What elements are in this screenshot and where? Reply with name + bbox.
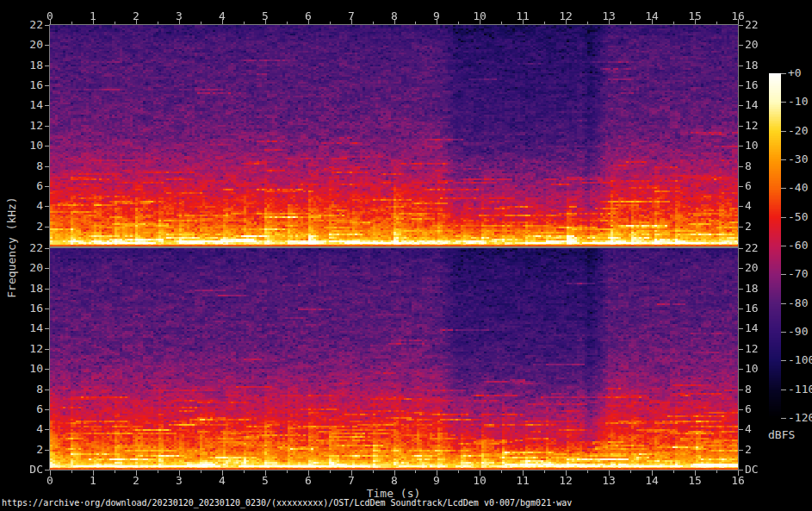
x-axis-minor-tick bbox=[630, 470, 631, 473]
colorbar-tick bbox=[781, 360, 786, 361]
x-axis-minor-tick bbox=[501, 22, 502, 24]
x-axis-minor-tick bbox=[244, 22, 245, 24]
y-axis-tick-right bbox=[739, 450, 743, 451]
x-tick-label: 7 bbox=[348, 475, 355, 486]
y-tick-label-left: 2 bbox=[7, 444, 43, 455]
y-axis-tick-left bbox=[45, 349, 49, 350]
y-tick-label-left: 20 bbox=[7, 39, 43, 50]
y-axis-tick-left bbox=[45, 470, 49, 470]
y-tick-label-left: 16 bbox=[7, 79, 43, 90]
y-axis-tick-right bbox=[739, 166, 743, 167]
y-tick-label-right: 22 bbox=[745, 242, 759, 253]
x-axis-minor-tick bbox=[544, 22, 545, 24]
y-tick-label-right: 14 bbox=[745, 322, 759, 333]
y-axis-tick-right bbox=[739, 369, 743, 370]
x-axis-minor-tick bbox=[630, 22, 631, 24]
x-axis-minor-tick bbox=[716, 22, 717, 24]
x-tick-label: 2 bbox=[133, 10, 139, 22]
x-axis-minor-tick bbox=[415, 470, 416, 473]
colorbar-tick bbox=[781, 332, 786, 333]
y-tick-label-right: 2 bbox=[745, 444, 752, 455]
y-tick-label-right: 12 bbox=[745, 343, 759, 354]
y-tick-label-right: 6 bbox=[745, 403, 752, 414]
y-axis-tick-left bbox=[45, 126, 49, 127]
colorbar-tick-label: -10 bbox=[788, 96, 808, 107]
colorbar-tick bbox=[781, 389, 786, 390]
x-tick-label: 15 bbox=[688, 475, 702, 486]
y-axis-tick-left bbox=[45, 25, 49, 26]
x-tick-label: 2 bbox=[133, 475, 139, 486]
y-axis-tick-right bbox=[739, 470, 743, 470]
y-tick-label-right: 10 bbox=[745, 140, 759, 151]
x-tick-label: 14 bbox=[645, 475, 659, 486]
y-tick-label-right: 22 bbox=[745, 19, 759, 30]
colorbar-tick-label: -40 bbox=[788, 182, 808, 193]
x-axis-minor-tick bbox=[587, 470, 588, 473]
x-axis-minor-tick bbox=[71, 470, 72, 473]
x-tick-label: 11 bbox=[516, 10, 530, 22]
y-axis-tick-right bbox=[739, 227, 743, 227]
y-axis-tick-right bbox=[739, 409, 743, 410]
x-tick-label: 7 bbox=[348, 10, 355, 22]
x-axis-minor-tick bbox=[158, 470, 158, 473]
x-axis-minor-tick bbox=[71, 22, 72, 24]
y-axis-tick-left bbox=[45, 389, 49, 390]
x-tick-label: 10 bbox=[473, 475, 487, 486]
x-axis-minor-tick bbox=[673, 470, 674, 473]
x-tick-label: 8 bbox=[391, 475, 398, 486]
y-axis-tick-right bbox=[739, 45, 743, 46]
x-axis-minor-tick bbox=[158, 22, 158, 24]
y-axis-tick-left bbox=[45, 85, 49, 86]
y-tick-label-left: 22 bbox=[7, 19, 43, 30]
y-axis-tick-right bbox=[739, 146, 743, 146]
y-tick-label-right: DC bbox=[745, 464, 759, 475]
x-tick-label: 11 bbox=[516, 475, 530, 486]
y-tick-label-left: 10 bbox=[7, 363, 43, 374]
y-tick-label-left: 8 bbox=[7, 160, 43, 171]
colorbar-tick-label: +0 bbox=[788, 67, 802, 78]
y-axis-tick-right bbox=[739, 85, 743, 86]
x-tick-label: 1 bbox=[90, 10, 96, 22]
y-tick-label-right: 6 bbox=[745, 180, 752, 191]
y-axis-tick-left bbox=[45, 146, 49, 146]
x-axis-minor-tick bbox=[673, 22, 674, 24]
x-tick-label: 12 bbox=[559, 475, 573, 486]
x-tick-label: 8 bbox=[391, 10, 398, 22]
x-axis-minor-tick bbox=[373, 470, 374, 473]
y-tick-label-left: 14 bbox=[7, 322, 43, 333]
y-axis-tick-right bbox=[739, 65, 743, 66]
y-tick-label-left: DC bbox=[7, 464, 43, 475]
colorbar-tick-label: -50 bbox=[788, 211, 808, 222]
y-tick-label-left: 4 bbox=[7, 423, 43, 434]
colorbar-tick-label: -60 bbox=[788, 240, 808, 251]
y-tick-label-right: 14 bbox=[745, 99, 759, 110]
y-tick-label-right: 20 bbox=[745, 262, 759, 273]
colorbar-gradient bbox=[769, 73, 781, 418]
y-axis-tick-left bbox=[45, 227, 49, 227]
x-axis-minor-tick bbox=[330, 470, 331, 473]
colorbar-tick bbox=[781, 418, 786, 419]
y-axis-tick-left bbox=[45, 206, 49, 207]
y-tick-label-left: 16 bbox=[7, 302, 43, 314]
x-tick-label: 12 bbox=[559, 10, 573, 22]
colorbar-tick-label: -90 bbox=[788, 326, 808, 337]
x-tick-label: 9 bbox=[433, 10, 440, 22]
y-axis-tick-right bbox=[739, 25, 743, 26]
x-axis-minor-tick bbox=[330, 22, 331, 24]
x-tick-label: 16 bbox=[731, 10, 745, 22]
y-tick-label-left: 6 bbox=[7, 403, 43, 414]
y-tick-label-right: 16 bbox=[745, 302, 759, 314]
colorbar-tick bbox=[781, 159, 786, 160]
y-axis-tick-left bbox=[45, 186, 49, 187]
y-tick-label-left: 8 bbox=[7, 383, 43, 395]
x-axis-minor-tick bbox=[415, 22, 416, 24]
y-tick-label-left: 14 bbox=[7, 99, 43, 110]
y-tick-label-right: 4 bbox=[745, 200, 752, 211]
y-axis-tick-right bbox=[739, 289, 743, 290]
y-tick-label-left: 6 bbox=[7, 180, 43, 191]
x-tick-label: 13 bbox=[602, 10, 616, 22]
colorbar-tick-label: -30 bbox=[788, 153, 808, 165]
x-axis-minor-tick bbox=[115, 22, 115, 24]
x-axis-minor-tick bbox=[201, 22, 201, 24]
x-tick-label: 13 bbox=[602, 475, 616, 486]
